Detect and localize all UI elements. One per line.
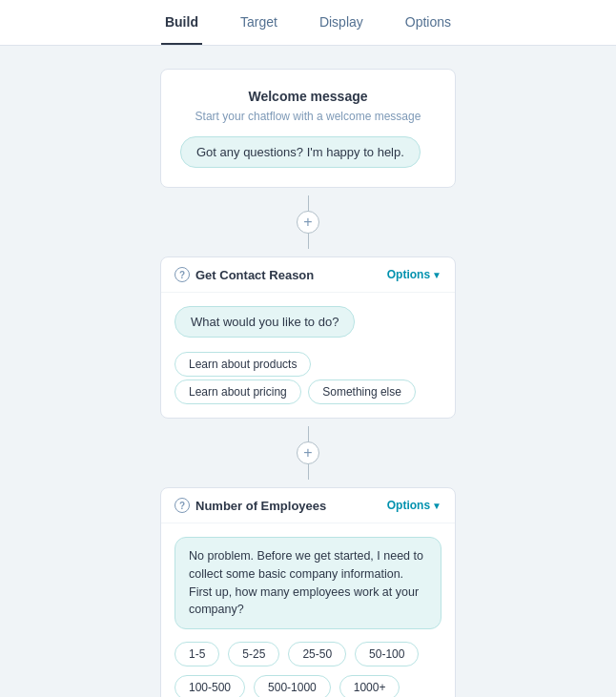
- connector-1: +: [297, 188, 319, 256]
- connector-line-2: [308, 426, 309, 441]
- num-employees-title: Number of Employees: [195, 499, 326, 513]
- get-contact-bubble-wrap: What would you like to do?: [175, 306, 441, 338]
- range-100-500[interactable]: 100-500: [175, 675, 245, 697]
- chevron-down-icon-1: ▼: [432, 270, 441, 280]
- add-step-button-2[interactable]: +: [297, 441, 319, 464]
- question-icon-1: ?: [175, 267, 190, 282]
- get-contact-body: What would you like to do? Learn about p…: [161, 293, 455, 418]
- options-label-1: Options: [387, 268, 430, 281]
- main-content: Welcome message Start your chatflow with…: [0, 46, 616, 697]
- tab-target[interactable]: Target: [236, 1, 281, 45]
- num-employees-header: ? Number of Employees Options ▼: [161, 488, 455, 523]
- get-contact-header: ? Get Contact Reason Options ▼: [161, 257, 455, 293]
- get-contact-choices: Learn about products Learn about pricing…: [175, 349, 441, 404]
- add-step-button-1[interactable]: +: [297, 211, 319, 234]
- num-employees-body: No problem. Before we get started, I nee…: [161, 523, 455, 697]
- tab-build[interactable]: Build: [161, 1, 202, 45]
- question-icon-2: ?: [175, 498, 190, 513]
- num-employees-options-btn[interactable]: Options ▼: [387, 499, 441, 512]
- num-employees-bubble: No problem. Before we get started, I nee…: [175, 537, 441, 629]
- range-500-1000[interactable]: 500-1000: [254, 675, 331, 697]
- range-50-100[interactable]: 50-100: [355, 642, 419, 666]
- welcome-bubble-wrap: Got any questions? I'm happy to help.: [180, 136, 436, 168]
- tab-options[interactable]: Options: [401, 1, 455, 45]
- get-contact-bubble: What would you like to do?: [175, 306, 355, 338]
- connector-line-1: [308, 195, 309, 211]
- get-contact-header-left: ? Get Contact Reason: [175, 267, 314, 282]
- num-employees-bubble-wrap: No problem. Before we get started, I nee…: [175, 537, 441, 629]
- connector-2: +: [297, 419, 319, 487]
- get-contact-title: Get Contact Reason: [195, 268, 314, 282]
- welcome-subtitle: Start your chatflow with a welcome messa…: [180, 110, 436, 123]
- range-5-25[interactable]: 5-25: [228, 642, 279, 666]
- range-1-5[interactable]: 1-5: [175, 642, 219, 666]
- get-contact-block: ? Get Contact Reason Options ▼ What woul…: [160, 256, 456, 419]
- num-employees-header-left: ? Number of Employees: [175, 498, 326, 513]
- welcome-card: Welcome message Start your chatflow with…: [160, 69, 456, 188]
- num-employees-block: ? Number of Employees Options ▼ No probl…: [160, 487, 456, 697]
- top-navigation: Build Target Display Options: [0, 0, 616, 46]
- range-25-50[interactable]: 25-50: [288, 642, 346, 666]
- tab-display[interactable]: Display: [316, 1, 367, 45]
- range-1000-plus[interactable]: 1000+: [339, 675, 400, 697]
- choice-learn-pricing[interactable]: Learn about pricing: [175, 379, 301, 404]
- connector-line-1b: [308, 234, 309, 249]
- connector-line-2b: [308, 464, 309, 480]
- get-contact-options-btn[interactable]: Options ▼: [387, 268, 441, 281]
- chevron-down-icon-2: ▼: [432, 501, 441, 511]
- welcome-title: Welcome message: [180, 89, 436, 104]
- welcome-bubble: Got any questions? I'm happy to help.: [180, 136, 421, 168]
- choice-learn-products[interactable]: Learn about products: [175, 352, 311, 377]
- choice-something-else[interactable]: Something else: [308, 379, 416, 404]
- employee-range-options: 1-5 5-25 25-50 50-100 100-500 500-1000 1…: [175, 639, 441, 697]
- options-label-2: Options: [387, 499, 430, 512]
